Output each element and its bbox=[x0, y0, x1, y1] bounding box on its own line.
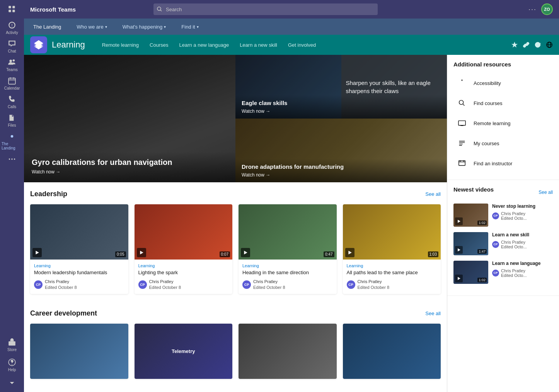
my-courses-label: My courses bbox=[474, 141, 499, 146]
leadership-see-all[interactable]: See all bbox=[425, 191, 441, 197]
subnav-item-happening[interactable]: What's happening ▾ bbox=[119, 22, 169, 31]
video-card-2[interactable]: 0:47 Learning Heading in the same direct… bbox=[239, 204, 337, 294]
video-tag-2: Learning bbox=[242, 263, 333, 268]
hero-watch-eagle[interactable]: Watch now → bbox=[242, 109, 441, 114]
resource-my-courses[interactable]: My courses bbox=[453, 133, 553, 153]
sidebar-item-teams[interactable]: Teams bbox=[0, 56, 24, 74]
newest-title-1: Learn a new skill bbox=[492, 232, 553, 238]
svg-point-4 bbox=[9, 59, 12, 62]
hero-grid: Gyro calibrations for urban navigation W… bbox=[24, 55, 447, 182]
video-card-0[interactable]: 0:05 Learning Modern leadership fundamen… bbox=[30, 204, 128, 294]
newest-author-2: CP Chris Pratley Edited Octo... bbox=[492, 268, 553, 278]
svg-rect-2 bbox=[12, 6, 15, 8]
learning-header: Learning Remote learning Courses Learn a… bbox=[24, 35, 559, 55]
hero-watch-gyro[interactable]: Watch now → bbox=[32, 169, 228, 175]
leadership-title: Leadership bbox=[30, 190, 67, 198]
video-tag-0: Learning bbox=[34, 263, 124, 268]
subnav-item-find[interactable]: Find it ▾ bbox=[178, 22, 201, 31]
learning-nav-skill[interactable]: Learn a new skill bbox=[235, 40, 282, 50]
sidebar: Activity Chat Teams Calendar Calls Files… bbox=[0, 0, 24, 392]
search-input[interactable] bbox=[153, 3, 378, 15]
hero-overlay-drone: Drone adaptations for manufacturing Watc… bbox=[235, 159, 447, 182]
newest-info-2: Learn a new language CP Chris Pratley Ed… bbox=[492, 261, 553, 284]
refresh-icon[interactable] bbox=[534, 41, 541, 48]
video-thumb-bg-0 bbox=[30, 204, 128, 260]
sidebar-bottom: Store Help bbox=[0, 336, 24, 392]
svg-point-14 bbox=[157, 7, 161, 10]
sidebar-item-calls[interactable]: Calls bbox=[0, 93, 24, 111]
subnav-item-who[interactable]: Who we are ▾ bbox=[73, 22, 110, 31]
resource-remote-learning[interactable]: Remote learning bbox=[453, 113, 553, 133]
more-options-button[interactable]: ··· bbox=[528, 5, 537, 14]
chevron-down-icon: ▾ bbox=[164, 25, 166, 29]
learning-nav-courses[interactable]: Courses bbox=[145, 40, 173, 50]
newest-author-avatar-1: CP bbox=[492, 241, 499, 248]
sidebar-item-store[interactable]: Store bbox=[0, 336, 24, 354]
sidebar-item-chat[interactable]: Chat bbox=[0, 37, 24, 56]
learning-nav-language[interactable]: Learn a new language bbox=[174, 40, 233, 50]
sidebar-label-chat: Chat bbox=[8, 49, 16, 53]
video-thumb-1: 0:07 bbox=[135, 204, 233, 260]
learning-nav: Remote learning Courses Learn a new lang… bbox=[97, 40, 511, 50]
video-author-2: CP Chris Pratley Edited October 8 bbox=[242, 279, 333, 290]
video-author-1: CP Chris Pratley Edited October 8 bbox=[138, 279, 229, 290]
learning-nav-remote[interactable]: Remote learning bbox=[97, 40, 143, 50]
sidebar-item-help[interactable]: Help bbox=[0, 356, 24, 374]
career-card-3[interactable] bbox=[343, 324, 441, 379]
star-icon[interactable] bbox=[511, 41, 518, 48]
newest-duration-0: 1:02 bbox=[477, 221, 487, 225]
career-card-0[interactable] bbox=[30, 324, 128, 379]
hero-title-eagle: Eagle claw skills bbox=[242, 100, 441, 106]
sidebar-item-download[interactable] bbox=[0, 376, 24, 389]
hero-card-eagle[interactable]: Sharpen your skills, like an eagle sharp… bbox=[235, 55, 447, 119]
link-icon[interactable] bbox=[523, 41, 530, 48]
subnav-item-landing[interactable]: The Landing bbox=[30, 22, 64, 31]
sidebar-label-activity: Activity bbox=[6, 31, 18, 35]
learning-nav-involved[interactable]: Get involved bbox=[283, 40, 320, 50]
sidebar-item-the-landing[interactable]: The Landing bbox=[0, 130, 24, 153]
newest-thumb-2: 1:02 bbox=[453, 261, 488, 284]
video-card-3[interactable]: 1:03 Learning All paths lead to the same… bbox=[343, 204, 441, 294]
hero-watch-drone[interactable]: Watch now → bbox=[242, 172, 441, 178]
resource-find-courses[interactable]: Find courses bbox=[453, 93, 553, 113]
svg-point-8 bbox=[9, 158, 10, 160]
svg-rect-11 bbox=[9, 341, 15, 346]
career-thumb-3 bbox=[343, 324, 441, 379]
globe-icon[interactable] bbox=[546, 41, 553, 48]
hero-card-gyro[interactable]: Gyro calibrations for urban navigation W… bbox=[24, 55, 235, 182]
avatar[interactable]: ZO bbox=[541, 3, 553, 15]
hero-title-drone: Drone adaptations for manufacturing bbox=[242, 163, 441, 170]
sidebar-item-more[interactable] bbox=[0, 153, 24, 166]
sidebar-item-files[interactable]: Files bbox=[0, 111, 24, 130]
author-info-0: Chris Pratley Edited October 8 bbox=[45, 279, 77, 290]
video-duration-3: 1:03 bbox=[428, 251, 438, 257]
video-title-1: Lighting the spark bbox=[138, 270, 229, 276]
newest-video-0[interactable]: 1:02 Never stop learning CP Chris Pratle… bbox=[453, 204, 553, 227]
sidebar-item-calendar[interactable]: Calendar bbox=[0, 74, 24, 93]
video-card-1[interactable]: 0:07 Learning Lighting the spark CP Chri… bbox=[135, 204, 233, 294]
sidebar-label-store: Store bbox=[7, 348, 17, 352]
career-see-all[interactable]: See all bbox=[425, 311, 441, 316]
subnav: The Landing Who we are ▾ What's happenin… bbox=[24, 19, 559, 35]
hero-card-drone[interactable]: Drone adaptations for manufacturing Watc… bbox=[235, 119, 447, 182]
video-info-3: Learning All paths lead to the same plac… bbox=[343, 260, 441, 294]
newest-see-all[interactable]: See all bbox=[539, 190, 553, 195]
career-card-2[interactable] bbox=[239, 324, 337, 379]
career-card-1[interactable]: Telemetry bbox=[135, 324, 233, 379]
accessibility-label: Accessibility bbox=[474, 80, 501, 86]
newest-author-text-2: Chris Pratley Edited Octo... bbox=[501, 268, 527, 278]
newest-play-2 bbox=[455, 275, 463, 282]
career-thumb-bg-0 bbox=[30, 324, 128, 379]
resource-find-instructor[interactable]: Find an instructor bbox=[453, 153, 553, 173]
sidebar-item-activity[interactable]: Activity bbox=[0, 19, 24, 37]
svg-point-21 bbox=[461, 80, 463, 81]
apps-icon[interactable] bbox=[6, 3, 18, 15]
newest-video-1[interactable]: 1:47 Learn a new skill CP Chris Pratley … bbox=[453, 232, 553, 255]
video-thumb-bg-3 bbox=[343, 204, 441, 260]
leadership-section: Leadership See all 0:05 Learning bbox=[24, 182, 447, 294]
resource-accessibility[interactable]: Accessibility bbox=[453, 73, 553, 93]
play-icon-1 bbox=[137, 248, 146, 257]
newest-video-2[interactable]: 1:02 Learn a new language CP Chris Pratl… bbox=[453, 261, 553, 284]
hero-overlay-gyro: Gyro calibrations for urban navigation W… bbox=[24, 152, 235, 182]
newest-author-text-0: Chris Pratley Edited Octo... bbox=[501, 211, 527, 221]
